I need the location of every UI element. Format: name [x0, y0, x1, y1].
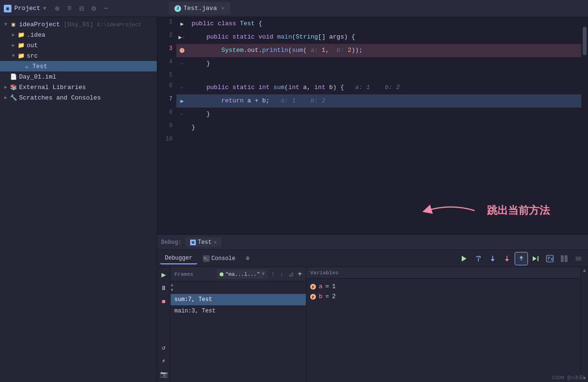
tree-item-root[interactable]: ▼ ▣ ideaProject [Day_01] E:\ideaProject	[0, 19, 157, 30]
run-icon-1[interactable]: ▶	[180, 20, 183, 28]
tree-item-test[interactable]: ☕ Test	[0, 61, 157, 71]
tree-item-idea[interactable]: ▶ 📁 .idea	[0, 30, 157, 40]
rerun-btn-left[interactable]: ↺	[158, 342, 170, 353]
line-content-7[interactable]: return a + b; a: 1 b: 2	[188, 94, 581, 108]
resume-btn-left[interactable]: ▶	[158, 269, 170, 281]
tree-item-scratches[interactable]: ▶ 🔧 Scratches and Consoles	[0, 92, 157, 103]
line-content-9[interactable]: }	[188, 121, 581, 134]
tree-item-iml[interactable]: 📄 Day_01.iml	[0, 71, 157, 82]
code-editor: 1 ▶ public class Test { 2 ▶ ⌐	[157, 17, 588, 234]
fold-icon-6[interactable]: ⌐	[181, 85, 183, 90]
fold-icon-2[interactable]: ⌐	[183, 35, 186, 40]
var-item-a[interactable]: p a = 1	[310, 281, 577, 292]
gutter-8[interactable]: ⌐	[176, 108, 188, 121]
line-number-10: 10	[157, 134, 176, 145]
nav-back-icon[interactable]: ⊕	[53, 3, 61, 14]
scroll-down-btn-frames[interactable]: ▼	[171, 288, 173, 293]
debug-close-icon[interactable]: ✕	[213, 239, 217, 246]
var-item-b[interactable]: p b = 2	[310, 292, 577, 302]
tool-btn-left[interactable]: ⚡	[158, 355, 170, 367]
camera-btn-left[interactable]: 📷	[158, 369, 170, 380]
line-content-1[interactable]: public class Test {	[188, 17, 581, 30]
gutter-2[interactable]: ▶ ⌐	[176, 30, 188, 44]
close-icon[interactable]: ─	[102, 3, 111, 14]
console-icon: >_	[203, 255, 210, 262]
resume-program-btn[interactable]	[457, 252, 471, 265]
thread-up-btn[interactable]: ↑	[270, 270, 276, 279]
editor-content-wrap: 1 ▶ public class Test { 2 ▶ ⌐	[157, 17, 588, 145]
fold-icon-8[interactable]: ⌐	[181, 112, 183, 117]
thread-filter-btn[interactable]: ⊿	[287, 269, 295, 279]
scratch-icon: 🔧	[10, 94, 17, 101]
step-into-btn[interactable]	[486, 252, 499, 265]
gutter-6[interactable]: ⌐	[176, 81, 188, 94]
code-line-10: 10	[157, 134, 581, 145]
var-name-a: a	[319, 283, 323, 290]
tree-item-out[interactable]: ▶ 📁 out	[0, 40, 157, 50]
thread-selector[interactable]: "ma...l..." ▼	[217, 270, 268, 279]
tab-list-icon[interactable]: ≡	[241, 253, 254, 264]
debug-header: Debug: ▣ Test ✕	[157, 235, 588, 250]
gutter-3[interactable]	[176, 44, 188, 57]
tab-debugger[interactable]: Debugger	[160, 253, 197, 264]
run-to-cursor-btn[interactable]	[529, 252, 542, 265]
fold-icon-4[interactable]: ⌐	[181, 61, 183, 67]
line-content-6[interactable]: public static int sum(int a, int b) { a:…	[188, 81, 581, 94]
force-step-into-btn[interactable]	[500, 252, 514, 265]
nav-split-icon[interactable]: ⊟	[77, 3, 86, 14]
frame-label-sum: sum:7, Test	[174, 296, 212, 303]
frames-scroll-left[interactable]: ▲ ▼	[171, 281, 173, 294]
line-content-8[interactable]: }	[188, 108, 581, 121]
editor-scroll-thumb[interactable]	[583, 27, 587, 55]
nav-list-icon[interactable]: ≡	[65, 3, 74, 14]
stop-btn-left[interactable]: ■	[158, 296, 170, 307]
tree-item-ext-libs[interactable]: ▶ 📚 External Libraries	[0, 82, 157, 92]
svg-marker-4	[491, 259, 495, 261]
line-content-5[interactable]	[188, 70, 581, 81]
project-chevron-icon[interactable]: ▼	[43, 6, 47, 11]
breakpoint-dot-3[interactable]	[180, 48, 184, 53]
variables-list: p a = 1 p b = 2	[306, 279, 580, 382]
gutter-9	[176, 121, 188, 134]
line-content-3[interactable]: System.out.println(sum( a: 1, b: 2));	[188, 44, 581, 57]
tab-label: Test.java	[183, 5, 217, 12]
svg-marker-9	[533, 256, 537, 261]
line-content-2[interactable]: public static void main(String[] args) {	[188, 30, 581, 44]
gutter-1[interactable]: ▶	[176, 17, 188, 30]
frame-item-main[interactable]: main:3, Test	[171, 305, 306, 317]
variables-scrollbar[interactable]: ▲ ▼	[580, 267, 588, 382]
settings-icon[interactable]: ⚙	[90, 3, 98, 14]
evaluate-expression-btn[interactable]: fx	[543, 252, 557, 265]
settings-layout-btn[interactable]	[558, 252, 571, 265]
folder-icon-root: ▣	[10, 20, 17, 28]
code-scroll-area[interactable]: 1 ▶ public class Test { 2 ▶ ⌐	[157, 17, 581, 145]
line-content-10[interactable]	[188, 134, 581, 145]
variables-panel: Variables p a = 1 p b =	[306, 267, 580, 382]
debug-tab-test[interactable]: ▣ Test ✕	[185, 237, 222, 247]
thread-status-dot	[220, 272, 223, 276]
line-number-4: 4	[157, 57, 176, 70]
line-content-4[interactable]: }	[188, 57, 581, 70]
editor-scroll-track[interactable]	[581, 17, 588, 145]
thread-down-btn[interactable]: ↓	[278, 270, 285, 279]
pause-btn-left[interactable]: ⏸	[158, 282, 170, 294]
project-title[interactable]: Project	[14, 5, 41, 12]
frame-item-sum[interactable]: sum:7, Test	[171, 294, 306, 305]
tree-label-root: ideaProject [Day_01] E:\ideaProject	[19, 21, 141, 28]
frames-list: sum:7, Test main:3, Test	[171, 294, 306, 382]
tree-label-scratches: Scratches and Consoles	[19, 94, 101, 101]
scroll-up-btn-frames[interactable]: ▲	[171, 282, 173, 288]
tab-test-java[interactable]: J Test.java ✕	[169, 2, 230, 15]
tab-console[interactable]: >_ Console	[198, 253, 240, 264]
tab-close-icon[interactable]: ✕	[221, 5, 224, 12]
tree-item-src[interactable]: ▼ 📁 src	[0, 50, 157, 61]
add-frame-btn[interactable]: +	[297, 270, 302, 279]
gutter-7[interactable]: ▶	[176, 94, 188, 108]
run-icon-2[interactable]: ▶	[178, 34, 182, 41]
step-over-btn[interactable]	[472, 252, 485, 265]
debug-panel: Debug: ▣ Test ✕ Debugger >_ Console ≡	[157, 234, 588, 382]
scroll-up-btn-vars[interactable]: ▲	[583, 268, 586, 273]
step-out-btn[interactable]	[515, 252, 528, 265]
tree-label-src: src	[27, 52, 38, 60]
restore-layout-btn[interactable]	[572, 252, 585, 265]
